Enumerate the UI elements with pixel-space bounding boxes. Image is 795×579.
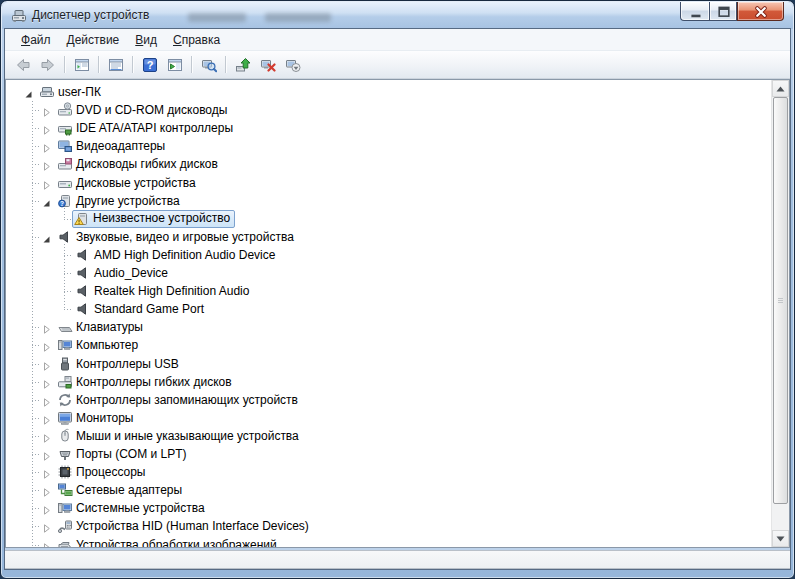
toolbar-button-show-console-tree[interactable] (69, 53, 94, 76)
toolbar-button-help[interactable]: ? (137, 53, 162, 76)
toolbar-button-disable-device[interactable] (280, 53, 305, 76)
tree-item-label: Audio_Device (94, 264, 168, 282)
tree-item[interactable]: Дисководы гибких дисков (6, 155, 771, 173)
expander-collapsed-icon[interactable] (41, 104, 52, 115)
menu-item-file[interactable]: Файл (13, 31, 59, 49)
unknown-category-icon: ? (57, 193, 73, 209)
expander-collapsed-icon[interactable] (41, 358, 52, 369)
device-tree: user-ПКDVD и CD-ROM дисководыIDE ATA/ATA… (6, 83, 771, 547)
expander-collapsed-icon[interactable] (41, 484, 52, 495)
expander-expanded-icon[interactable] (41, 231, 52, 242)
tree-item[interactable]: Компьютер (6, 336, 771, 354)
expander-collapsed-icon[interactable] (41, 339, 52, 350)
expander-expanded-icon[interactable] (23, 86, 34, 97)
tree-item-label: Мониторы (76, 409, 133, 427)
tree-guide-line (32, 472, 41, 473)
close-button[interactable] (737, 2, 784, 21)
expander-collapsed-icon[interactable] (41, 122, 52, 133)
expander-collapsed-icon[interactable] (41, 158, 52, 169)
expander-collapsed-icon[interactable] (41, 430, 52, 441)
tree-item[interactable]: Порты (COM и LPT) (6, 445, 771, 463)
minimize-button[interactable] (680, 2, 709, 21)
scrollbar-vertical[interactable] (771, 80, 789, 547)
menu-item-action[interactable]: Действие (59, 31, 128, 49)
expander-collapsed-icon[interactable] (41, 394, 52, 405)
tree-item-label: Realtek High Definition Audio (94, 282, 249, 300)
help-icon: ? (142, 57, 158, 73)
toolbar-button-update-driver[interactable] (230, 53, 255, 76)
tree-guide-line (32, 454, 41, 455)
tree-item[interactable]: ?Другие устройства (6, 192, 771, 210)
tree-item[interactable]: Неизвестное устройство (6, 210, 771, 228)
expander-collapsed-icon[interactable] (41, 412, 52, 423)
tree-item[interactable]: Сетевые адаптеры (6, 481, 771, 499)
tree-item[interactable]: Контроллеры запоминающих устройств (6, 391, 771, 409)
tree-item[interactable]: DVD и CD-ROM дисководы (6, 101, 771, 119)
tree-item[interactable]: Устройства обработки изображений (6, 536, 771, 549)
expander-collapsed-icon[interactable] (41, 376, 52, 387)
tree-item[interactable]: Standard Game Port (6, 300, 771, 318)
svg-text:?: ? (146, 59, 153, 71)
toolbar-button-show-action-pane[interactable] (162, 53, 187, 76)
tree-item[interactable]: Дисковые устройства (6, 174, 771, 192)
toolbar-button-export-list[interactable] (103, 53, 128, 76)
expander-collapsed-icon[interactable] (41, 502, 52, 513)
tree-item-label: Видеоадаптеры (76, 137, 165, 155)
tree-item[interactable]: Устройства HID (Human Interface Devices) (6, 517, 771, 535)
tree-item-label: Мыши и иные указывающие устройства (76, 427, 299, 445)
expander-collapsed-icon[interactable] (41, 520, 52, 531)
scrollbar-thumb[interactable] (773, 97, 788, 504)
tree-item[interactable]: IDE ATA/ATAPI контроллеры (6, 119, 771, 137)
tree-guide-line (64, 244, 65, 309)
tree-item-label: Контроллеры гибких дисков (76, 373, 232, 391)
tree-guide-line (32, 364, 41, 365)
toolbar-button-back[interactable] (10, 53, 35, 76)
processor-icon (57, 464, 73, 480)
selected-item-highlight: Неизвестное устройство (72, 210, 235, 228)
tree-guide-line (32, 201, 41, 202)
menu-item-help[interactable]: Справка (165, 31, 228, 49)
expander-expanded-icon[interactable] (41, 195, 52, 206)
menu-item-view[interactable]: Вид (127, 31, 165, 49)
tree-item[interactable]: Realtek High Definition Audio (6, 282, 771, 300)
tree-item[interactable]: Системные устройства (6, 499, 771, 517)
tree-item[interactable]: Клавиатуры (6, 318, 771, 336)
tree-item[interactable]: Audio_Device (6, 264, 771, 282)
imaging-device-icon (57, 537, 73, 549)
scroll-down-button[interactable] (772, 530, 789, 547)
tree-guide-line (32, 545, 41, 546)
expander-collapsed-icon[interactable] (41, 321, 52, 332)
toolbar-button-forward[interactable] (35, 53, 60, 76)
tree-item[interactable]: Видеоадаптеры (6, 137, 771, 155)
close-icon (753, 4, 768, 19)
tree-item[interactable]: AMD High Definition Audio Device (6, 246, 771, 264)
tree-item[interactable]: Процессоры (6, 463, 771, 481)
toolbar-separator (98, 56, 99, 73)
device-manager-window: Диспетчер устройств ФайлДействиеВидСправ… (0, 0, 795, 579)
tree-item[interactable]: Звуковые, видео и игровые устройства (6, 228, 771, 246)
tree-item[interactable]: Контроллеры гибких дисков (6, 373, 771, 391)
maximize-button[interactable] (709, 2, 737, 21)
tree-guide-line (32, 418, 41, 419)
tree-item[interactable]: Мониторы (6, 409, 771, 427)
expander-collapsed-icon[interactable] (41, 448, 52, 459)
scroll-up-button[interactable] (772, 80, 789, 97)
expander-collapsed-icon[interactable] (41, 539, 52, 549)
expander-collapsed-icon[interactable] (41, 466, 52, 477)
tree-item[interactable]: Мыши и иные указывающие устройства (6, 427, 771, 445)
menu-bar: ФайлДействиеВидСправка (5, 29, 790, 51)
toolbar-button-scan-hardware-changes[interactable] (196, 53, 221, 76)
tree-guide-line (32, 128, 41, 129)
tree-item[interactable]: user-ПК (6, 83, 771, 101)
toolbar-button-uninstall-device[interactable] (255, 53, 280, 76)
dvd-drive-icon (57, 102, 73, 118)
tree-guide-line (64, 273, 73, 274)
storage-controller-icon (57, 392, 73, 408)
tree-item[interactable]: Контроллеры USB (6, 355, 771, 373)
expander-collapsed-icon[interactable] (41, 140, 52, 151)
expander-collapsed-icon[interactable] (41, 177, 52, 188)
title-bar[interactable]: Диспетчер устройств (2, 2, 793, 29)
display-adapter-icon (57, 138, 73, 154)
update-driver-icon (235, 57, 251, 73)
speaker-icon (75, 301, 91, 317)
